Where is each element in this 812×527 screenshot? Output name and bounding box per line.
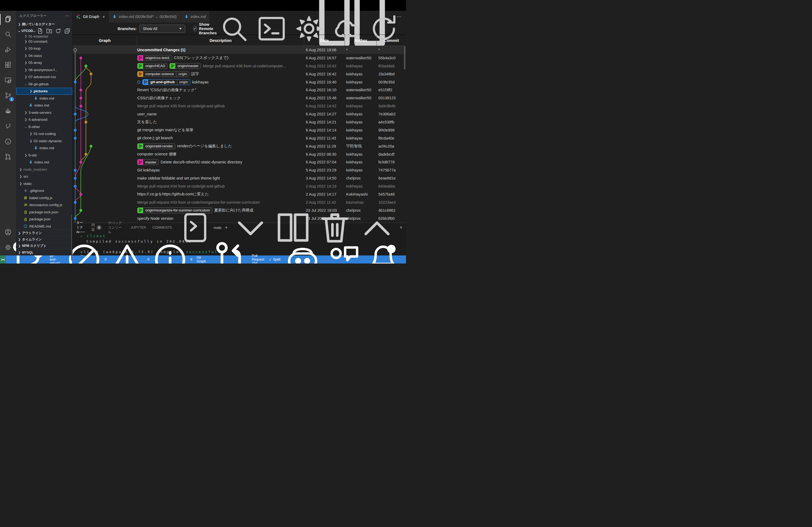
commit-row-4b1c6862[interactable]: origin/reorganize-for-summer-curriculum夏… bbox=[73, 206, 406, 214]
commit-row-55b4a3c0[interactable]: origin/css-test1CSS(フレックスボックスまで)6 Aug 20… bbox=[73, 54, 406, 62]
tree-folder-pictures[interactable]: ❯pictures bbox=[16, 88, 72, 95]
tree-folder-node-modules[interactable]: ❯node_modules bbox=[16, 166, 72, 173]
tree-file-index-md[interactable]: index.md bbox=[16, 159, 72, 166]
commit-row-7e306ab2[interactable]: user_name6 Aug 2022 14:27kokhayas7e306ab… bbox=[73, 110, 406, 118]
show-remote-branches-checkbox[interactable]: ✓ bbox=[193, 26, 197, 31]
tree-file-package-lock-json[interactable]: {}package-lock.json bbox=[16, 209, 72, 216]
tree-folder-08-git-github[interactable]: ⌄08-git-github bbox=[16, 80, 72, 88]
spell-checker-item[interactable]: ✓Spell bbox=[267, 255, 282, 264]
activity-extensions[interactable] bbox=[0, 58, 16, 73]
commit-row-62bb3fb0[interactable]: specify Node version23 Jul 2022 17:09che… bbox=[73, 214, 406, 223]
activity-docker[interactable] bbox=[0, 104, 16, 119]
branch-label-origin-css-test1[interactable]: origin/css-test1 bbox=[137, 55, 172, 61]
open-editors-section[interactable]: ❯ 開いているエディター bbox=[16, 21, 72, 27]
tree-folder-04-class[interactable]: ❯04-class bbox=[16, 52, 72, 59]
commit-row-6eae8d1e[interactable]: make sidebar foldable and set prism them… bbox=[73, 174, 406, 182]
workspace-section[interactable]: ⌄ UTCOD... bbox=[16, 27, 72, 34]
tree-folder-03-loop[interactable]: ❯03-loop bbox=[16, 45, 72, 52]
activity-pull-request[interactable] bbox=[0, 149, 16, 165]
tab-index-md-diff[interactable]: index.md (003fe35d^ ↔ 003fe35d) bbox=[109, 11, 180, 22]
commit-row-7475677a[interactable]: Git kokhayas5 Aug 2022 23:29kokhayas7475… bbox=[73, 166, 406, 174]
column-header-commit[interactable]: Commit bbox=[377, 35, 406, 46]
tree-file-readme-md[interactable]: README.md bbox=[16, 223, 72, 230]
sidebar-scrollbar[interactable] bbox=[71, 215, 72, 260]
branch-label-origin-reorganize-for-summer-curriculum[interactable]: origin/reorganize-for-summer-curriculum bbox=[137, 207, 213, 213]
commit-list-scrollbar[interactable] bbox=[404, 46, 405, 70]
activity-explorer[interactable] bbox=[0, 12, 16, 27]
sidebar-section--[interactable]: ❯タイムライン bbox=[16, 236, 72, 243]
commit-row-1fa348bd[interactable]: computer-scienceorigin誤字6 Aug 2022 16:42… bbox=[73, 70, 406, 78]
activity-search[interactable] bbox=[0, 27, 16, 42]
commit-row-03138123[interactable]: CSSの節の画像チェック6 Aug 2022 15:48waterwalker5… bbox=[73, 94, 406, 102]
tree-file-index-md[interactable]: index.md bbox=[16, 145, 72, 152]
tree-file-docusaurus-config-js[interactable]: JSdocusaurus.config.js bbox=[16, 201, 72, 209]
tree-file-package-json[interactable]: {}package.json bbox=[16, 216, 72, 223]
commit-row-10223ae3[interactable]: Merge pull request #33 from ut-code/reor… bbox=[73, 198, 406, 206]
commit-row-0[interactable]: Uncommitted Changes (1)6 Aug 2022 18:06*… bbox=[73, 46, 406, 54]
tab-index-md[interactable]: index.md bbox=[181, 11, 210, 22]
branch-label-origin-add-render[interactable]: origin/add-render bbox=[137, 143, 175, 149]
branch-label-computer-science[interactable]: computer-scienceorigin bbox=[137, 71, 189, 77]
tree-folder-01-inspector[interactable]: ❯01-inspector bbox=[16, 34, 72, 38]
tree-folder-8-other[interactable]: ⌄8-other bbox=[16, 123, 72, 131]
close-panel-icon[interactable]: × bbox=[400, 225, 402, 230]
git-graph-status-item[interactable]: Git Graph bbox=[194, 255, 208, 264]
sidebar-section-mysql[interactable]: ❯MYSQL bbox=[16, 249, 72, 255]
tree-folder-4-advanced[interactable]: ❯4-advanced bbox=[16, 116, 72, 123]
column-header-author[interactable]: Author bbox=[345, 35, 377, 46]
activity-source-control[interactable]: 1 bbox=[0, 88, 16, 104]
tree-file--gitignore[interactable]: .gitignore bbox=[16, 187, 72, 195]
new-terminal-icon[interactable]: + bbox=[225, 225, 228, 230]
commit-row-a4c538fb[interactable]: 文を直した6 Aug 2022 14:21kokhayasa4c538fb bbox=[73, 118, 406, 126]
commit-row-003fe35d[interactable]: git-and-githuboriginkokhayas6 Aug 2022 1… bbox=[73, 78, 406, 86]
new-folder-icon[interactable] bbox=[46, 28, 53, 34]
commit-row-fe3d8778[interactable]: masterDelete docs/8-other/02-static-dyna… bbox=[73, 158, 406, 166]
activity-account[interactable] bbox=[0, 225, 16, 240]
tree-file-babel-config-js[interactable]: Bbabel.config.js bbox=[16, 194, 72, 201]
panel-tab-jupyter[interactable]: JUPYTER bbox=[131, 223, 146, 232]
pull-request-status-item[interactable]: Pull Request #34 bbox=[208, 255, 267, 264]
sidebar-more-icon[interactable]: ⋯ bbox=[65, 13, 69, 18]
column-header-date[interactable]: Date bbox=[304, 35, 345, 46]
branch-label-master[interactable]: master bbox=[137, 159, 159, 165]
sidebar-section-npm-[interactable]: ❯NPM スクリプト bbox=[16, 243, 72, 249]
commit-row-dadebcdf[interactable]: computer science 俯瞰6 Aug 2022 08:30kokha… bbox=[73, 150, 406, 158]
activity-github[interactable] bbox=[0, 134, 16, 149]
notifications-item[interactable] bbox=[363, 255, 403, 264]
tree-folder-01-not-coding[interactable]: ❯01-not-coding bbox=[16, 131, 72, 138]
new-file-icon[interactable] bbox=[37, 28, 44, 34]
commit-row-5457fa48[interactable]: https://.co.jpをhttps://github.comに変えた2 A… bbox=[73, 190, 406, 198]
close-tab-icon[interactable]: × bbox=[103, 15, 105, 19]
activity-run-debug[interactable] bbox=[0, 42, 16, 58]
tree-folder-3-web-servers[interactable]: ❯3-web-servers bbox=[16, 109, 72, 116]
branch-label-git-and-github[interactable]: git-and-githuborigin bbox=[142, 79, 190, 85]
panel-tab-terminal[interactable]: ターミナル bbox=[76, 223, 85, 232]
tree-folder-static[interactable]: ❯static bbox=[16, 180, 72, 187]
tree-folder-02-constant[interactable]: ❯02-constant bbox=[16, 38, 72, 45]
branches-dropdown[interactable]: Show All bbox=[139, 25, 185, 33]
branch-indicator[interactable]: git-and-github* bbox=[6, 255, 62, 264]
commit-row-9f40e996[interactable]: git merge origin mainなどを加筆6 Aug 2022 14:… bbox=[73, 126, 406, 134]
remote-indicator[interactable]: >< bbox=[0, 255, 6, 264]
activity-settings[interactable] bbox=[0, 240, 16, 255]
commit-row-acf4c20a[interactable]: origin/add-renderrenderのページを編集しました6 Aug … bbox=[73, 142, 406, 150]
column-header-graph[interactable]: Graph bbox=[73, 35, 137, 46]
tree-folder-06-anonymous-f-[interactable]: ❯06-anonymous-f... bbox=[16, 66, 72, 74]
panel-tab-comments[interactable]: COMMENTS bbox=[152, 223, 172, 232]
collapse-all-icon[interactable] bbox=[64, 28, 71, 34]
refresh-explorer-icon[interactable] bbox=[55, 28, 61, 34]
tree-folder-02-static-dynamic[interactable]: ❯02-static-dynamic bbox=[16, 137, 72, 145]
commit-row-f03a4da6[interactable]: origin/HEADorigin/masterMerge pull reque… bbox=[73, 62, 406, 70]
commit-row-f8cda40e[interactable]: git cloneとgit branch6 Aug 2022 11:43kokh… bbox=[73, 134, 406, 142]
tree-file-index-md[interactable]: index.md bbox=[16, 102, 72, 109]
tree-file-index-md[interactable]: index.md bbox=[16, 95, 72, 102]
panel-tab-problems[interactable]: 問題 8 bbox=[91, 223, 102, 232]
commit-row-640eabbc[interactable]: Merge pull request #34 from ut-code/git-… bbox=[73, 182, 406, 190]
tree-folder-9-old[interactable]: ❯9-old bbox=[16, 152, 72, 159]
branch-label-origin-head[interactable]: origin/HEAD bbox=[137, 63, 168, 69]
column-header-description[interactable]: Description bbox=[137, 35, 304, 46]
activity-remote-explorer[interactable] bbox=[0, 73, 16, 88]
panel-tab-debug-console[interactable]: デバッグ コンソール bbox=[108, 223, 124, 232]
commit-row-5a0c9b4b[interactable]: Merge pull request #35 from ut-code/git-… bbox=[73, 102, 406, 110]
activity-live-share[interactable] bbox=[0, 119, 16, 134]
